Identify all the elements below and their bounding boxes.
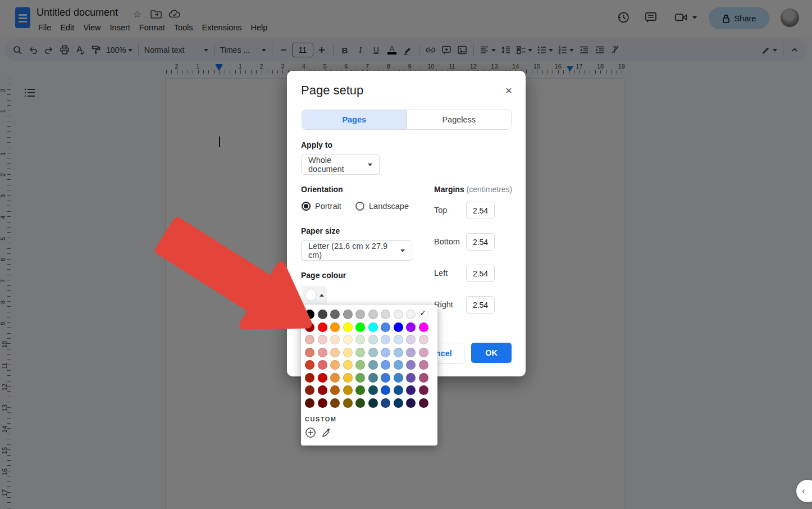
radio-portrait[interactable]: Portrait bbox=[302, 202, 341, 211]
color-swatch-c27ba0[interactable] bbox=[419, 360, 428, 370]
radio-landscape[interactable]: Landscape bbox=[355, 202, 409, 211]
color-swatch-fff2cc[interactable] bbox=[343, 335, 353, 344]
color-swatch-00ffff[interactable] bbox=[368, 322, 378, 332]
margin-bottom-input[interactable] bbox=[466, 233, 495, 251]
color-swatch-3d85c6[interactable] bbox=[394, 373, 403, 383]
color-swatch-9fc5e8[interactable] bbox=[394, 348, 403, 357]
color-swatch-660000[interactable] bbox=[318, 398, 327, 408]
color-swatch-20124d[interactable] bbox=[406, 398, 416, 408]
color-swatch-4c1130[interactable] bbox=[419, 398, 428, 408]
close-icon[interactable]: × bbox=[501, 83, 516, 98]
color-swatch-434343[interactable] bbox=[318, 310, 327, 319]
tab-pageless[interactable]: Pageless bbox=[407, 110, 512, 129]
color-swatch-b4a7d6[interactable] bbox=[406, 348, 416, 357]
color-swatch-e06666[interactable] bbox=[318, 360, 327, 370]
color-swatch-7f6000[interactable] bbox=[343, 398, 353, 408]
color-swatch-351c75[interactable] bbox=[406, 385, 416, 395]
add-custom-colour-button[interactable] bbox=[305, 427, 316, 440]
ok-button[interactable]: OK bbox=[471, 343, 512, 363]
margins-label: Margins (centimetres) bbox=[434, 185, 512, 194]
apply-to-select[interactable]: Whole document bbox=[301, 154, 380, 175]
color-swatch-f3f3f3[interactable] bbox=[406, 310, 416, 319]
color-swatch-85200c[interactable] bbox=[305, 385, 314, 395]
color-swatch-f6b26b[interactable] bbox=[330, 360, 340, 370]
colour-picker-popup: ✓ CUSTOM bbox=[301, 305, 437, 446]
tab-pages[interactable]: Pages bbox=[302, 110, 407, 129]
color-swatch-dd7e6b[interactable] bbox=[305, 348, 314, 357]
color-swatch-f1c232[interactable] bbox=[343, 373, 353, 383]
margin-left-label: Left bbox=[434, 269, 448, 278]
color-swatch-d9ead3[interactable] bbox=[355, 335, 365, 344]
custom-section-label: CUSTOM bbox=[305, 416, 437, 422]
custom-colour-row bbox=[305, 427, 437, 440]
color-swatch-ffd966[interactable] bbox=[343, 360, 353, 370]
color-swatch-a61c00[interactable] bbox=[305, 373, 314, 383]
color-swatch-d0e0e3[interactable] bbox=[368, 335, 378, 344]
paper-size-select[interactable]: Letter (21.6 cm x 27.9 cm) bbox=[301, 240, 412, 261]
color-swatch-a4c2f4[interactable] bbox=[381, 348, 390, 357]
color-swatch-6fa8dc[interactable] bbox=[394, 360, 403, 370]
color-swatch-a2c4c9[interactable] bbox=[368, 348, 378, 357]
color-swatch-8e7cc3[interactable] bbox=[406, 360, 416, 370]
color-swatch-45818e[interactable] bbox=[368, 373, 378, 383]
color-swatch-00ff00[interactable] bbox=[355, 322, 365, 332]
color-swatch-5b0f00[interactable] bbox=[305, 398, 314, 408]
color-swatch-274e13[interactable] bbox=[355, 398, 365, 408]
apply-to-value: Whole document bbox=[308, 156, 368, 174]
color-swatch-b7b7b7[interactable] bbox=[355, 310, 365, 319]
color-swatch-ead1dc[interactable] bbox=[419, 335, 428, 344]
color-swatch-9900ff[interactable] bbox=[406, 322, 416, 332]
orientation-label: Orientation bbox=[301, 185, 343, 194]
color-swatch-a64d79[interactable] bbox=[419, 373, 428, 383]
color-swatch-134f5c[interactable] bbox=[368, 385, 378, 395]
color-swatch-e69138[interactable] bbox=[330, 373, 340, 383]
color-swatch-cfe2f3[interactable] bbox=[394, 335, 403, 344]
color-swatch-38761d[interactable] bbox=[355, 385, 365, 395]
color-swatch-d9d9d9[interactable] bbox=[381, 310, 390, 319]
color-swatch-76a5af[interactable] bbox=[368, 360, 378, 370]
color-swatch-1155cc[interactable] bbox=[381, 385, 390, 395]
margin-bottom-label: Bottom bbox=[434, 237, 460, 246]
color-swatch-cc4125[interactable] bbox=[305, 360, 314, 370]
color-swatch-bf9000[interactable] bbox=[343, 385, 353, 395]
color-swatch-b6d7a8[interactable] bbox=[355, 348, 365, 357]
color-swatch-efefef[interactable] bbox=[394, 310, 403, 319]
color-swatch-b45f06[interactable] bbox=[330, 385, 340, 395]
color-swatch-f4cccc[interactable] bbox=[318, 335, 327, 344]
margin-left-input[interactable] bbox=[466, 265, 495, 282]
color-swatch-0c343d[interactable] bbox=[368, 398, 378, 408]
color-swatch-6d9eeb[interactable] bbox=[381, 360, 390, 370]
color-swatch-666666[interactable] bbox=[330, 310, 340, 319]
eyedropper-button[interactable] bbox=[321, 427, 332, 440]
color-swatch-93c47d[interactable] bbox=[355, 360, 365, 370]
margin-top-input[interactable] bbox=[466, 202, 495, 219]
color-swatch-1c4587[interactable] bbox=[381, 398, 390, 408]
color-swatch-ffffff[interactable]: ✓ bbox=[419, 310, 428, 319]
color-swatch-c9daf8[interactable] bbox=[381, 335, 390, 344]
color-swatch-4a86e8[interactable] bbox=[381, 322, 390, 332]
color-swatch-741b47[interactable] bbox=[419, 385, 428, 395]
color-swatch-ea9999[interactable] bbox=[318, 348, 327, 357]
color-swatch-cccccc[interactable] bbox=[368, 310, 378, 319]
color-swatch-6aa84f[interactable] bbox=[355, 373, 365, 383]
color-swatch-ffe599[interactable] bbox=[343, 348, 353, 357]
color-swatch-990000[interactable] bbox=[318, 385, 327, 395]
colour-caret-up-icon bbox=[320, 294, 324, 297]
color-swatch-cc0000[interactable] bbox=[318, 373, 327, 383]
color-swatch-674ea7[interactable] bbox=[406, 373, 416, 383]
color-swatch-f9cb9c[interactable] bbox=[330, 348, 340, 357]
color-swatch-3c78d8[interactable] bbox=[381, 373, 390, 383]
color-swatch-ff0000[interactable] bbox=[318, 322, 327, 332]
color-swatch-0b5394[interactable] bbox=[394, 385, 403, 395]
color-swatch-ffff00[interactable] bbox=[343, 322, 353, 332]
color-swatch-d5a6bd[interactable] bbox=[419, 348, 428, 357]
color-swatch-999999[interactable] bbox=[343, 310, 353, 319]
margin-right-input[interactable] bbox=[466, 296, 495, 313]
color-swatch-ff00ff[interactable] bbox=[419, 322, 428, 332]
color-swatch-fce5cd[interactable] bbox=[330, 335, 340, 344]
color-swatch-d9d2e9[interactable] bbox=[406, 335, 416, 344]
color-swatch-0000ff[interactable] bbox=[394, 322, 403, 332]
color-swatch-783f04[interactable] bbox=[330, 398, 340, 408]
color-swatch-073763[interactable] bbox=[394, 398, 403, 408]
color-swatch-ff9900[interactable] bbox=[330, 322, 340, 332]
